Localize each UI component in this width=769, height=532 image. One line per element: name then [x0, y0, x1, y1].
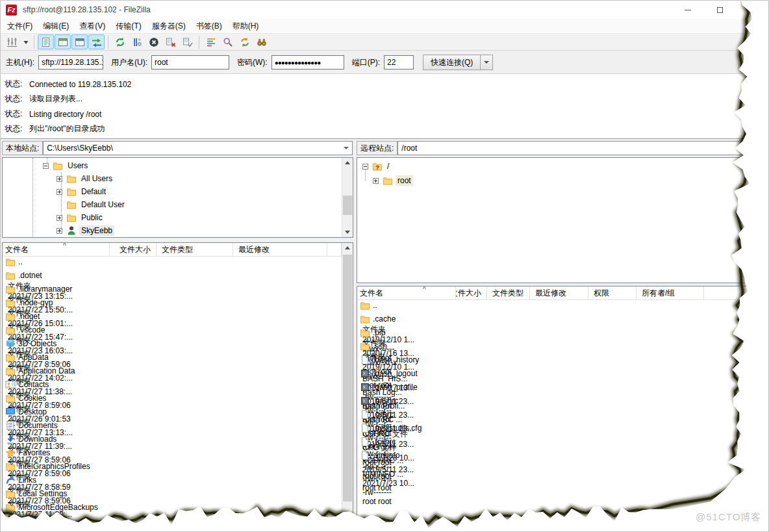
local-site-combo[interactable]: C:\Users\SkyEebb\	[43, 141, 353, 155]
password-label: 密码(W):	[237, 57, 268, 68]
column-header-item[interactable]: 文件名	[3, 243, 110, 256]
downloads-icon	[5, 434, 16, 444]
username-input[interactable]: root	[151, 55, 229, 70]
file-row-pydistutils-cfg[interactable]: .pydistutils.cfg73CFG 文件2021/7/23 10...-…	[357, 423, 768, 437]
synchronized-browsing-button[interactable]	[236, 34, 253, 49]
expand-icon[interactable]	[57, 189, 62, 195]
window-title: sftp://root@119.28.135.102 - FileZilla	[23, 5, 151, 14]
toggle-queue-button[interactable]	[88, 34, 105, 49]
scrollbar-thumb[interactable]	[746, 99, 755, 129]
file-row-bash-history[interactable]: .bash_history239BASH_HIS...2021/7/27 13.…	[357, 355, 768, 368]
menu-item-f[interactable]: 文件(F)	[2, 19, 38, 34]
tree-item-users[interactable]: Users	[3, 159, 353, 172]
file-row-pip[interactable]: .pip文件夹2020/7/16 13...drwxr-xr-xroot roo…	[357, 327, 768, 341]
site-manager-button[interactable]	[4, 34, 20, 49]
menu-item-h[interactable]: 帮助(H)	[227, 19, 264, 34]
folder-icon	[5, 502, 16, 513]
expand-icon[interactable]	[57, 215, 62, 221]
local-site-bar: 本地站点: C:\Users\SkyEebb\	[2, 141, 353, 155]
quickconnect-button[interactable]: 快速连接(Q)	[423, 55, 481, 70]
local-tree-scrollbar[interactable]	[342, 158, 353, 237]
tree-item-item[interactable]: ?/	[357, 159, 768, 173]
tree-item-skyeebb[interactable]: SkyEebb	[3, 224, 353, 237]
user-folder-icon	[66, 225, 77, 236]
file-row-item[interactable]: ..	[357, 300, 768, 314]
toggle-local-tree-button[interactable]	[55, 34, 71, 49]
quickconnect-dropdown-button[interactable]	[481, 55, 493, 70]
site-manager-dropdown-icon	[23, 39, 29, 45]
tree-item-all-users[interactable]: All Users	[3, 172, 353, 185]
maximize-button[interactable]	[705, 1, 735, 19]
process-queue-button[interactable]	[129, 34, 145, 49]
column-header-item[interactable]: 文件类型	[487, 286, 530, 299]
tree-item-root[interactable]: root	[357, 173, 768, 188]
tree-item-public[interactable]: Public	[3, 211, 353, 224]
filter-button[interactable]	[203, 34, 219, 49]
local-list-scrollbar[interactable]	[342, 243, 353, 532]
port-label: 端口(P):	[352, 57, 380, 68]
file-name: Contacts	[18, 380, 49, 389]
file-row-cshrc[interactable]: .cshrc100CSHRC 文件2019/5/11 23...-rw-r--r…	[357, 409, 768, 423]
folder-icon	[52, 160, 63, 171]
reconnect-button[interactable]	[179, 34, 195, 49]
password-input[interactable]: ●●●●●●●●●●●●●●	[271, 55, 344, 70]
column-header-item[interactable]: 所有者/组	[637, 286, 704, 299]
collapse-icon[interactable]	[362, 164, 368, 170]
file-row-bash-profile[interactable]: .bash_profile176Bash Profi...2019/5/11 2…	[357, 382, 768, 396]
site-manager-dropdown-button[interactable]	[21, 34, 31, 49]
remote-site-combo[interactable]: /root	[397, 141, 768, 155]
file-row-cache[interactable]: .cache文件夹2019/12/10 1...drwx------root r…	[357, 314, 768, 327]
remote-file-list: 文件名文件大小文件类型最近修改权限所有者/组∧...cache文件夹2019/1…	[357, 286, 768, 532]
filezilla-window: Fz sftp://root@119.28.135.102 - FileZill…	[1, 1, 768, 531]
refresh-button[interactable]	[112, 34, 128, 49]
file-row-tcshrc[interactable]: .tcshrc129TCSHRC ...2019/5/11 23...-rw-r…	[357, 437, 768, 450]
cancel-button[interactable]	[145, 34, 162, 49]
file-name: ..	[18, 257, 23, 266]
host-input[interactable]: sftp://119.28.135.1	[38, 55, 103, 70]
port-input[interactable]: 22	[384, 55, 414, 70]
sort-ascending-icon: ∧	[62, 242, 67, 247]
scroll-down-icon[interactable]	[748, 132, 753, 135]
scrollbar-thumb[interactable]	[343, 255, 352, 501]
tree-item-default[interactable]: Default	[3, 185, 353, 198]
expand-icon[interactable]	[57, 228, 62, 234]
directory-comparison-button[interactable]	[253, 34, 270, 49]
folder-icon	[359, 300, 370, 310]
menu-item-b[interactable]: 书签(B)	[191, 19, 227, 34]
menu-item-e[interactable]: 编辑(E)	[38, 19, 74, 34]
expand-icon[interactable]	[57, 176, 62, 182]
column-header-item[interactable]: 文件大小	[456, 286, 487, 299]
menu-item-v[interactable]: 查看(V)	[74, 19, 110, 34]
column-header-item[interactable]: 文件名	[357, 286, 456, 299]
collapse-icon[interactable]	[43, 163, 49, 169]
menu-item-t[interactable]: 传输(T)	[110, 19, 146, 34]
column-header-item[interactable]: 文件类型	[157, 243, 233, 256]
disconnect-button[interactable]	[162, 34, 179, 49]
folder-icon	[66, 186, 77, 197]
toggle-remote-tree-button[interactable]	[71, 34, 88, 49]
toggle-log-button[interactable]	[38, 34, 54, 49]
column-header-item[interactable]: 权限	[588, 286, 637, 299]
column-header-item[interactable]: 最近修改	[530, 286, 588, 299]
file-row-bashrc[interactable]: .bashrc176Bash RC ...2019/5/11 23...-rw-…	[357, 396, 768, 409]
file-row-item[interactable]: ..	[3, 257, 342, 270]
scroll-up-icon[interactable]	[345, 246, 350, 249]
file-row-ssh[interactable]: .ssh文件夹2019/12/10 1...drwx------root roo…	[357, 341, 768, 355]
scrollbar-thumb[interactable]	[343, 196, 352, 215]
log-scrollbar[interactable]	[745, 75, 756, 138]
column-header-item[interactable]: 文件大小	[110, 243, 157, 256]
expand-icon[interactable]	[373, 178, 379, 184]
search-button[interactable]	[220, 34, 236, 49]
file-name: .pydistutils.cfg	[373, 424, 422, 433]
file-row-bash-logout[interactable]: .bash_logout18Bash Log...2019/5/11 23...…	[357, 368, 768, 382]
scroll-up-icon[interactable]	[748, 78, 753, 81]
scroll-down-icon[interactable]	[345, 231, 350, 234]
column-header-label: 文件名	[5, 244, 29, 255]
tree-item-default-user[interactable]: Default User	[3, 198, 353, 211]
menu-item-s[interactable]: 服务器(S)	[147, 19, 191, 34]
column-header-item[interactable]: 最近修改	[233, 243, 327, 256]
file-row-viminfo[interactable]: .viminfo532VIMINFO ...2021/7/23 10...-rw…	[357, 450, 768, 464]
scroll-up-icon[interactable]	[345, 161, 350, 164]
minimize-button[interactable]	[673, 1, 702, 19]
file-row-dotnet[interactable]: .dotnet文件夹2021/7/23 13:15:...	[3, 270, 342, 284]
